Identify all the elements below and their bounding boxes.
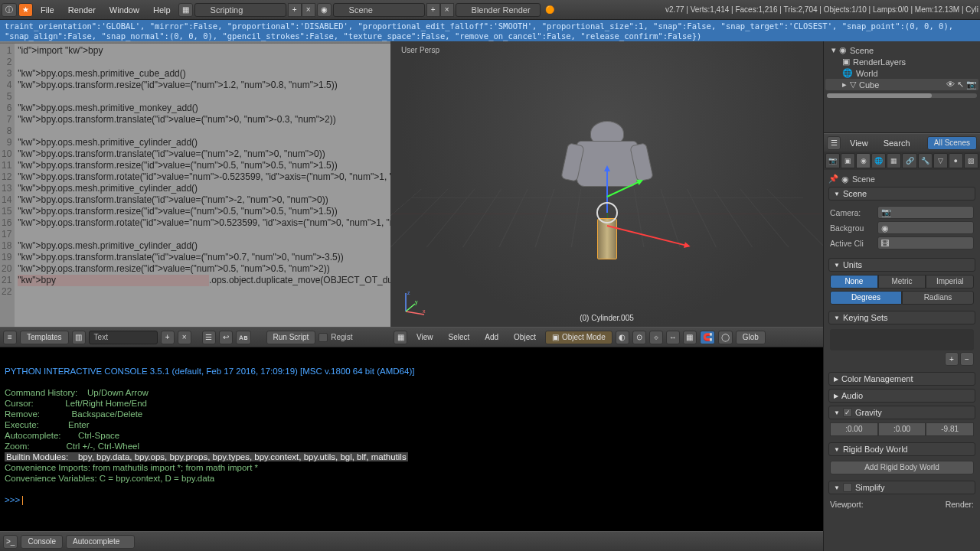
disclosure-icon[interactable]: ▸ — [842, 80, 847, 90]
panel-keying-sets[interactable]: ▼Keying Sets — [828, 311, 975, 324]
keying-set-list[interactable] — [830, 329, 974, 350]
background-field[interactable]: ◉ — [877, 221, 974, 234]
scene-add-btn[interactable]: + — [426, 3, 440, 17]
view-menu[interactable]: View — [410, 331, 439, 343]
templates-menu[interactable]: Templates — [20, 331, 69, 344]
tab-modifiers[interactable]: 🔧 — [918, 153, 933, 168]
tab-renderlayers[interactable]: ▣ — [841, 153, 855, 168]
layout-add-btn[interactable]: + — [288, 3, 302, 17]
restrict-select-icon[interactable]: ↖ — [957, 80, 964, 90]
panel-simplify[interactable]: ▼Simplify — [828, 481, 975, 494]
word-wrap-toggle[interactable]: ↩ — [219, 331, 233, 344]
gravity-vector[interactable]: :0.00 :0.00 -9.81 — [830, 422, 974, 436]
render-engine-dropdown[interactable]: Blender Render — [456, 3, 541, 17]
gravity-z[interactable]: -9.81 — [926, 422, 974, 436]
layers-icon[interactable]: ▦ — [683, 331, 697, 344]
object-menu[interactable]: Object — [508, 331, 542, 343]
keying-add-btn[interactable]: + — [945, 352, 959, 366]
panel-gravity[interactable]: ▼Gravity — [828, 406, 975, 419]
tab-texture[interactable]: ▨ — [964, 153, 978, 168]
menu-window[interactable]: Window — [103, 4, 145, 16]
screen-browse-icon[interactable]: ▦ — [178, 3, 193, 17]
unit-imperial[interactable]: Imperial — [926, 275, 974, 289]
gravity-y[interactable]: :0.00 — [878, 422, 926, 436]
editor-type-text-icon[interactable]: ≡ — [3, 331, 17, 344]
proportional-edit-icon[interactable]: ◯ — [718, 331, 733, 344]
tab-render[interactable]: 📷 — [825, 153, 840, 168]
outliner-scene[interactable]: Scene — [850, 46, 874, 55]
tab-object[interactable]: ▦ — [887, 153, 901, 168]
simplify-checkbox[interactable] — [843, 483, 852, 492]
pin-icon[interactable]: 📌 — [828, 174, 838, 184]
show-linenumbers-toggle[interactable]: ☰ — [202, 331, 216, 344]
console-menu[interactable]: Console — [21, 535, 63, 549]
menu-render[interactable]: Render — [62, 4, 102, 16]
camera-field[interactable]: 📷 — [877, 206, 974, 219]
activeclip-field[interactable]: 🎞 — [877, 236, 974, 249]
blender-logo-icon[interactable]: ★ — [18, 3, 33, 17]
panel-rigid-body[interactable]: ▼Rigid Body World — [828, 442, 975, 456]
tab-world[interactable]: 🌐 — [871, 153, 886, 168]
outliner-cube[interactable]: Cube — [859, 80, 879, 90]
text-filename-field[interactable]: Text — [89, 331, 158, 344]
code-text[interactable]: "id">import "kw">bpy "kw">bpy.ops.mesh.p… — [15, 44, 390, 327]
panel-color-management[interactable]: ▶Color Management — [828, 372, 975, 386]
panel-units[interactable]: ▼Units — [828, 258, 975, 272]
angle-degrees[interactable]: Degrees — [830, 291, 902, 305]
angle-unit-segmented[interactable]: Degrees Radians — [830, 291, 974, 305]
outliner-display-dropdown[interactable]: All Scenes — [927, 136, 977, 150]
restrict-render-icon[interactable]: 📷 — [966, 80, 977, 90]
menu-file[interactable]: File — [34, 4, 60, 16]
gravity-x[interactable]: :0.00 — [830, 422, 878, 436]
scene-del-btn[interactable]: × — [440, 3, 454, 17]
outliner[interactable]: ▾◉Scene ▣RenderLayers 🌐World ▸▽Cube 👁 ↖ … — [824, 41, 980, 133]
add-rigid-body-button[interactable]: Add Rigid Body World — [830, 461, 974, 474]
unit-none[interactable]: None — [830, 275, 878, 289]
text-browse-icon[interactable]: ▥ — [72, 331, 86, 344]
orientation-dropdown[interactable]: Glob — [736, 331, 766, 344]
menu-help[interactable]: Help — [147, 4, 177, 16]
editor-type-outliner-icon[interactable]: ☰ — [827, 136, 841, 150]
scene-dropdown[interactable]: Scene — [333, 3, 425, 17]
disclosure-icon[interactable]: ▾ — [831, 45, 836, 55]
snap-icon[interactable]: 🧲 — [700, 331, 715, 344]
add-menu[interactable]: Add — [479, 331, 505, 343]
scene-browse-icon[interactable]: ◉ — [317, 3, 332, 17]
pivot-icon[interactable]: ⊙ — [632, 331, 646, 344]
console-text[interactable]: PYTHON INTERACTIVE CONSOLE 3.5.1 (defaul… — [0, 347, 823, 531]
panel-audio[interactable]: ▶Audio — [828, 389, 975, 403]
syntax-highlight-toggle[interactable]: ᴀʙ — [236, 331, 251, 344]
layout-del-btn[interactable]: × — [302, 3, 315, 17]
manipulator-toggle-icon[interactable]: ⟐ — [649, 331, 663, 344]
editor-type-console-icon[interactable]: >_ — [3, 535, 18, 549]
shading-mode-icon[interactable]: ◐ — [616, 331, 629, 344]
outliner-view-menu[interactable]: View — [844, 137, 874, 149]
mode-dropdown[interactable]: ▣ Object Mode — [545, 331, 612, 344]
angle-radians[interactable]: Radians — [902, 291, 974, 305]
outliner-renderlayers[interactable]: RenderLayers — [853, 57, 906, 67]
outliner-world[interactable]: World — [856, 69, 878, 78]
gravity-checkbox[interactable] — [843, 408, 852, 417]
autocomplete-button[interactable]: Autocomplete — [66, 535, 135, 549]
keying-remove-btn[interactable]: − — [960, 352, 974, 366]
tab-data[interactable]: ▽ — [933, 153, 948, 168]
manipulator-translate-icon[interactable]: ↔ — [666, 331, 680, 344]
text-add-btn[interactable]: + — [161, 331, 175, 344]
3d-viewport-canvas[interactable]: User Persp — [390, 41, 823, 327]
outliner-scrollbar[interactable] — [827, 93, 977, 98]
tab-constraints[interactable]: 🔗 — [902, 153, 916, 168]
tab-scene[interactable]: ◉ — [856, 153, 871, 168]
editor-type-icon[interactable]: ⓘ — [2, 3, 17, 17]
outliner-search-menu[interactable]: Search — [877, 137, 916, 149]
editor-type-3dview-icon[interactable]: ▦ — [394, 331, 407, 344]
unit-system-segmented[interactable]: None Metric Imperial — [830, 275, 974, 289]
screen-layout-dropdown[interactable]: Scripting — [194, 3, 286, 17]
run-script-button[interactable]: Run Script — [266, 331, 316, 344]
select-menu[interactable]: Select — [443, 331, 476, 343]
restrict-view-icon[interactable]: 👁 — [946, 80, 955, 90]
tab-material[interactable]: ● — [949, 153, 963, 168]
unit-metric[interactable]: Metric — [878, 275, 926, 289]
text-unlink-btn[interactable]: × — [178, 331, 191, 344]
panel-scene[interactable]: ▼Scene — [828, 187, 975, 201]
register-checkbox[interactable] — [318, 333, 328, 342]
